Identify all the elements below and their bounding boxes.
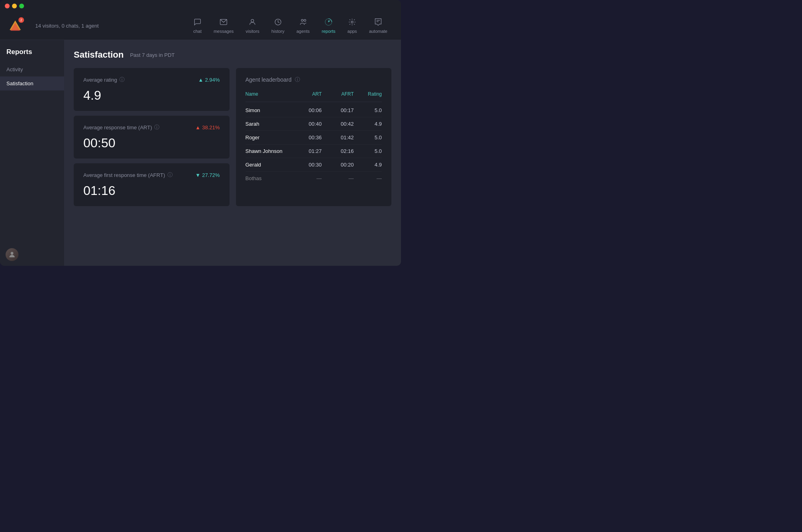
logo-icon: 2 [8,19,22,33]
chat-icon [193,18,202,27]
cell-name: Simon [246,107,290,113]
nav-label-history: history [272,29,284,34]
leaderboard-title: Agent leaderboard [246,76,292,83]
avg-art-info-icon[interactable]: ⓘ [154,124,159,131]
nav-label-automate: automate [369,29,387,34]
maximize-button[interactable] [19,4,24,8]
nav-item-visitors[interactable]: visitors [240,16,265,36]
leaderboard-row: Roger 00:36 01:42 5.0 [246,131,382,145]
sidebar-item-activity[interactable]: Activity [0,62,64,76]
top-nav: 2 14 visitors, 0 chats, 1 agent chat [0,12,401,40]
cell-rating: 4.9 [354,162,382,168]
cell-rating: — [354,175,382,181]
notification-badge: 2 [18,17,24,23]
cell-name: Bothas [246,175,290,181]
leaderboard-card: Agent leaderboard ⓘ Name ART AFRT Rating… [236,68,392,206]
leaderboard-header: Agent leaderboard ⓘ [246,76,382,83]
cell-art: 00:36 [290,135,322,141]
avg-afrt-header: Average first response time (AFRT) ⓘ ▼ 2… [83,171,220,179]
cell-name: Shawn Johnson [246,148,290,154]
svg-point-10 [11,252,14,255]
sidebar-item-satisfaction[interactable]: Satisfaction [0,76,64,90]
svg-point-5 [301,19,303,21]
leaderboard-row: Gerald 00:30 00:20 4.9 [246,158,382,172]
col-rating: Rating [354,91,382,97]
avg-art-value: 00:50 [83,136,220,151]
nav-item-reports[interactable]: reports [316,16,341,36]
cell-rating: 5.0 [354,148,382,154]
avg-afrt-card: Average first response time (AFRT) ⓘ ▼ 2… [74,163,230,206]
cell-rating: 5.0 [354,107,382,113]
avg-art-label: Average response time (ART) ⓘ [83,124,159,131]
svg-point-3 [251,19,254,22]
avg-afrt-value: 01:16 [83,183,220,198]
avg-afrt-change: ▼ 27.72% [195,172,220,178]
cell-art: 01:27 [290,148,322,154]
leaderboard-row: Shawn Johnson 01:27 02:16 5.0 [246,145,382,158]
reports-icon [324,18,332,27]
avg-afrt-label: Average first response time (AFRT) ⓘ [83,171,173,179]
nav-item-messages[interactable]: messages [208,16,239,36]
arrow-up-red-icon: ▲ [195,124,201,130]
content-area: Satisfaction Past 7 days in PDT Average … [64,40,401,266]
avg-rating-label: Average rating ⓘ [83,76,125,83]
nav-label-visitors: visitors [246,29,259,34]
leaderboard-info-icon[interactable]: ⓘ [295,76,300,83]
leaderboard-row: Bothas — — — [246,172,382,185]
cell-afrt: 00:17 [322,107,354,113]
nav-label-chat: chat [193,29,202,34]
svg-point-9 [351,21,353,23]
leaderboard-rows: Simon 00:06 00:17 5.0 Sarah 00:40 00:42 … [246,104,382,185]
user-avatar[interactable] [6,248,18,261]
cell-name: Sarah [246,121,290,127]
cell-afrt: 01:42 [322,135,354,141]
avg-rating-info-icon[interactable]: ⓘ [119,76,125,83]
avg-rating-change: ▲ 2.94% [198,77,220,83]
sidebar: Reports Activity Satisfaction [0,40,64,98]
avg-rating-header: Average rating ⓘ ▲ 2.94% [83,76,220,83]
cell-afrt: 02:16 [322,148,354,154]
agents-icon [299,18,307,27]
nav-label-agents: agents [296,29,310,34]
messages-icon [220,18,228,27]
app-window: 2 14 visitors, 0 chats, 1 agent chat [0,0,401,266]
leaderboard-table: Name ART AFRT Rating Simon 00:06 00:17 5… [246,90,382,185]
close-button[interactable] [5,4,10,8]
minimize-button[interactable] [12,4,17,8]
leaderboard-row: Simon 00:06 00:17 5.0 [246,104,382,117]
traffic-lights [5,4,24,8]
history-icon [274,18,282,27]
title-bar [0,0,401,12]
logo-area: 2 [8,19,22,33]
metrics-grid: Average rating ⓘ ▲ 2.94% 4.9 [74,68,391,206]
leaderboard-row: Sarah 00:40 00:42 4.9 [246,117,382,131]
leaderboard-col-headers: Name ART AFRT Rating [246,90,382,102]
nav-item-chat[interactable]: chat [187,16,207,36]
nav-label-messages: messages [214,29,234,34]
page-header: Satisfaction Past 7 days in PDT [74,50,391,60]
nav-item-agents[interactable]: agents [291,16,315,36]
nav-item-automate[interactable]: automate [363,16,393,36]
col-art: ART [290,91,322,97]
left-column: Average rating ⓘ ▲ 2.94% 4.9 [74,68,230,206]
cell-art: 00:30 [290,162,322,168]
cell-art: 00:06 [290,107,322,113]
cell-afrt: 00:20 [322,162,354,168]
cell-rating: 4.9 [354,121,382,127]
cell-name: Roger [246,135,290,141]
cell-art: — [290,175,322,181]
page-title: Satisfaction [74,50,124,60]
nav-bar: chat messages visitors [187,16,393,36]
page-subtitle: Past 7 days in PDT [130,52,175,58]
avg-art-change: ▲ 38.21% [195,124,220,130]
main-content: Reports Activity Satisfaction Satisfacti… [0,40,401,266]
avg-afrt-info-icon[interactable]: ⓘ [167,171,173,179]
nav-item-history[interactable]: history [266,16,290,36]
avg-art-card: Average response time (ART) ⓘ ▲ 38.21% 0… [74,116,230,159]
nav-item-apps[interactable]: apps [342,16,363,36]
sidebar-title: Reports [0,48,64,62]
cell-rating: 5.0 [354,135,382,141]
cell-art: 00:40 [290,121,322,127]
arrow-up-icon: ▲ [198,77,204,83]
svg-point-6 [304,19,306,21]
